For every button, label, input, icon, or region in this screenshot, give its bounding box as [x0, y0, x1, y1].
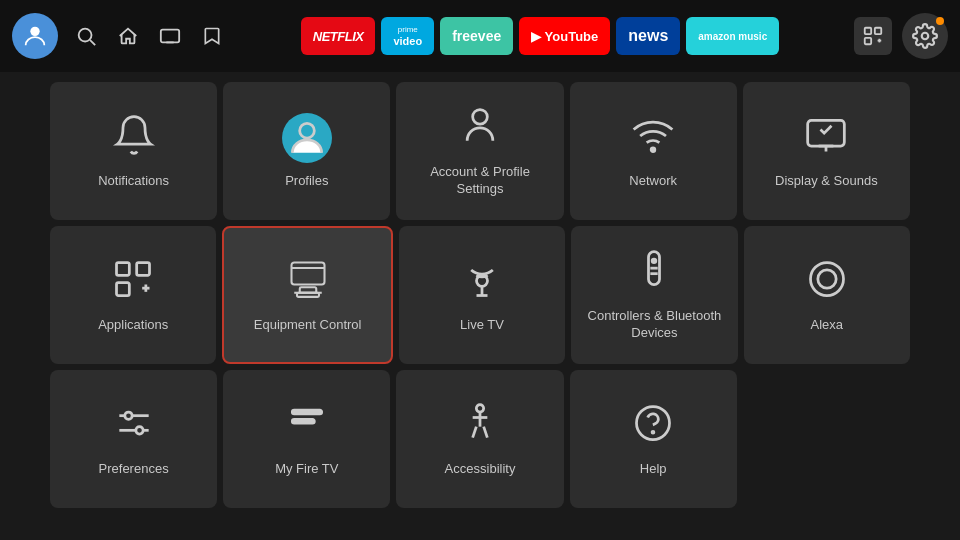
- apps-grid-button[interactable]: [854, 17, 892, 55]
- svg-rect-18: [137, 262, 150, 275]
- bookmark-icon[interactable]: [198, 22, 226, 50]
- controllers-label: Controllers & Bluetooth Devices: [581, 308, 727, 342]
- news-button[interactable]: news: [616, 17, 680, 55]
- streaming-apps-bar: NETFLIX prime video freevee ▶ YouTube ne…: [236, 17, 844, 55]
- freevee-button[interactable]: freevee: [440, 17, 513, 55]
- svg-rect-3: [161, 30, 179, 43]
- alexa-tile[interactable]: Alexa: [744, 226, 910, 364]
- fire-tv-icon: [285, 401, 329, 451]
- top-nav: NETFLIX prime video freevee ▶ YouTube ne…: [0, 0, 960, 72]
- controllers-tile[interactable]: Controllers & Bluetooth Devices: [571, 226, 737, 364]
- svg-point-0: [30, 27, 39, 36]
- equipment-control-label: Equipment Control: [254, 317, 362, 334]
- search-icon[interactable]: [72, 22, 100, 50]
- svg-rect-19: [117, 282, 130, 295]
- antenna-icon: [460, 257, 504, 307]
- help-tile[interactable]: Help: [570, 370, 737, 508]
- settings-grid: Notifications Profiles Account & Profile…: [0, 72, 960, 518]
- grid-row-2: Applications Equipment Control: [50, 226, 910, 364]
- help-label: Help: [640, 461, 667, 478]
- empty-tile: [743, 370, 910, 508]
- apps-icon: [111, 257, 155, 307]
- profile-circle-icon: [282, 113, 332, 163]
- my-fire-tv-tile[interactable]: My Fire TV: [223, 370, 390, 508]
- svg-point-34: [810, 262, 843, 295]
- applications-label: Applications: [98, 317, 168, 334]
- svg-point-13: [651, 147, 655, 151]
- display-sound-icon: [804, 113, 848, 163]
- grid-row-1: Notifications Profiles Account & Profile…: [50, 82, 910, 220]
- remote-icon: [632, 248, 676, 298]
- profiles-label: Profiles: [285, 173, 328, 190]
- accessibility-label: Accessibility: [445, 461, 516, 478]
- accessibility-icon: [458, 401, 502, 451]
- profiles-tile[interactable]: Profiles: [223, 82, 390, 220]
- svg-point-11: [299, 123, 314, 138]
- svg-rect-26: [297, 292, 319, 296]
- netflix-button[interactable]: NETFLIX: [301, 17, 376, 55]
- live-tv-label: Live TV: [460, 317, 504, 334]
- alexa-label: Alexa: [811, 317, 844, 334]
- live-tv-tile[interactable]: Live TV: [399, 226, 565, 364]
- applications-tile[interactable]: Applications: [50, 226, 216, 364]
- svg-line-2: [90, 40, 95, 45]
- settings-notification-dot: [936, 17, 944, 25]
- my-fire-tv-label: My Fire TV: [275, 461, 338, 478]
- notifications-tile[interactable]: Notifications: [50, 82, 217, 220]
- svg-rect-40: [292, 410, 321, 414]
- svg-point-12: [473, 110, 488, 125]
- svg-point-31: [653, 259, 657, 263]
- help-icon: [631, 401, 675, 451]
- profile-avatar: [282, 113, 332, 163]
- display-sounds-tile[interactable]: Display & Sounds: [743, 82, 910, 220]
- wifi-icon: [631, 113, 675, 163]
- equipment-icon: [286, 257, 330, 307]
- home-icon[interactable]: [114, 22, 142, 50]
- svg-rect-17: [117, 262, 130, 275]
- settings-button[interactable]: [902, 13, 948, 59]
- nav-left: [12, 13, 226, 59]
- display-sounds-label: Display & Sounds: [775, 173, 878, 190]
- grid-row-3: Preferences My Fire TV Ac: [50, 370, 910, 508]
- svg-point-42: [476, 404, 483, 411]
- accessibility-tile[interactable]: Accessibility: [396, 370, 563, 508]
- preferences-tile[interactable]: Preferences: [50, 370, 217, 508]
- network-label: Network: [629, 173, 677, 190]
- svg-rect-22: [291, 262, 324, 284]
- sliders-icon: [112, 401, 156, 451]
- svg-point-35: [818, 269, 836, 287]
- prime-video-button[interactable]: prime video: [381, 17, 434, 55]
- youtube-button[interactable]: ▶ YouTube: [519, 17, 610, 55]
- svg-point-10: [922, 33, 929, 40]
- alexa-icon: [805, 257, 849, 307]
- svg-point-38: [124, 412, 131, 419]
- svg-rect-5: [865, 28, 871, 34]
- person-icon: [458, 104, 502, 154]
- network-tile[interactable]: Network: [570, 82, 737, 220]
- tv-icon[interactable]: [156, 22, 184, 50]
- svg-point-44: [637, 406, 670, 439]
- nav-right: [854, 13, 948, 59]
- account-tile[interactable]: Account & Profile Settings: [396, 82, 563, 220]
- svg-rect-6: [875, 28, 881, 34]
- equipment-control-tile[interactable]: Equipment Control: [222, 226, 392, 364]
- bell-icon: [112, 113, 156, 163]
- svg-point-45: [652, 431, 654, 433]
- user-avatar[interactable]: [12, 13, 58, 59]
- svg-rect-7: [865, 38, 871, 44]
- account-label: Account & Profile Settings: [406, 164, 553, 198]
- svg-point-39: [135, 426, 142, 433]
- preferences-label: Preferences: [99, 461, 169, 478]
- svg-rect-41: [292, 419, 314, 423]
- svg-point-1: [79, 29, 92, 42]
- amazon-music-button[interactable]: amazon music: [686, 17, 779, 55]
- notifications-label: Notifications: [98, 173, 169, 190]
